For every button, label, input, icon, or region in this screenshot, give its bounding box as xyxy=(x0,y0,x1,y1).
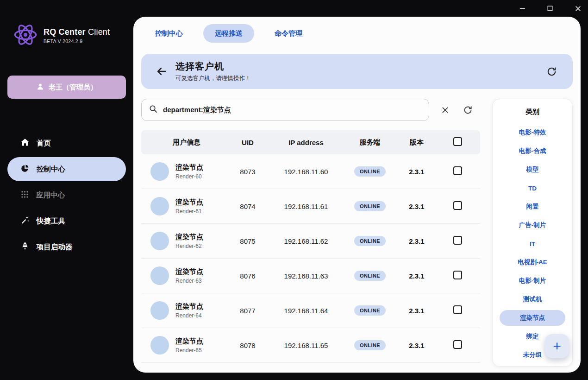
row-checkbox[interactable] xyxy=(453,166,462,175)
row-checkbox[interactable] xyxy=(453,271,462,279)
status-cell: ONLINE xyxy=(341,305,399,316)
user-cell: 渲染节点 Render-63 xyxy=(149,266,225,285)
version-value: 2.3.1 xyxy=(399,342,435,349)
select-all-checkbox[interactable] xyxy=(453,137,462,146)
user-cell: 渲染节点 Render-65 xyxy=(149,336,225,355)
maximize-icon[interactable] xyxy=(546,5,554,12)
page-title: 选择客户机 xyxy=(175,60,251,73)
category-item-active[interactable]: 渲染节点 xyxy=(493,309,572,327)
close-icon[interactable] xyxy=(574,5,582,12)
ip-value: 192.168.11.64 xyxy=(271,307,341,315)
ip-value: 192.168.11.63 xyxy=(271,272,341,280)
status-badge: ONLINE xyxy=(354,166,386,177)
row-checkbox[interactable] xyxy=(453,305,462,314)
table-row: 渲染节点 Render-61 8074 192.168.11.61 ONLINE… xyxy=(141,189,480,224)
minimize-icon[interactable] xyxy=(519,5,526,12)
category-item[interactable]: 模型 xyxy=(493,160,572,179)
plus-icon: + xyxy=(553,338,561,354)
avatar xyxy=(150,266,169,285)
category-item[interactable]: IT xyxy=(493,234,572,253)
col-ip: IP address xyxy=(271,139,341,146)
category-item[interactable]: 电影-制片 xyxy=(493,272,572,290)
avatar xyxy=(150,336,169,355)
status-cell: ONLINE xyxy=(341,166,399,177)
table-row: 渲染节点 Render-60 8073 192.168.11.60 ONLINE… xyxy=(141,154,480,189)
sidebar-item-project-launcher[interactable]: 项目启动器 xyxy=(7,235,126,259)
sidebar-item-label: 首页 xyxy=(37,139,51,148)
client-name: 渲染节点 xyxy=(175,267,203,276)
clear-x-icon[interactable] xyxy=(436,99,454,121)
category-item[interactable]: 广告-制片 xyxy=(493,216,572,234)
uid-value: 8073 xyxy=(225,168,271,176)
search-bar xyxy=(141,99,429,121)
uid-value: 8077 xyxy=(225,307,271,315)
sidebar-item-label: 控制中心 xyxy=(37,165,65,174)
ip-value: 192.168.11.60 xyxy=(271,168,341,176)
ip-value: 192.168.11.62 xyxy=(271,237,341,245)
top-tabs: 控制中心 远程推送 命令管理 xyxy=(151,24,306,43)
category-item[interactable]: 测试机 xyxy=(493,290,572,309)
col-user-info: 用户信息 xyxy=(149,138,225,147)
client-hostname: Render-63 xyxy=(175,278,203,284)
sidebar-item-app-center[interactable]: 应用中心 xyxy=(7,183,126,207)
ip-value: 192.168.11.61 xyxy=(271,203,341,210)
uid-value: 8075 xyxy=(225,237,271,245)
client-hostname: Render-64 xyxy=(175,312,203,319)
app-title: RQ Center Client xyxy=(44,27,110,37)
avatar xyxy=(150,232,169,250)
brand: RQ Center Client BETA V 2024.2.9 xyxy=(12,21,110,50)
client-name: 渲染节点 xyxy=(175,302,203,311)
ip-value: 192.168.11.65 xyxy=(271,342,341,349)
row-checkbox[interactable] xyxy=(453,201,462,210)
status-cell: ONLINE xyxy=(341,201,399,211)
main-surface: 控制中心 远程推送 命令管理 选择客户机 可复选客户机，请谨慎操作！ 用户信息 … xyxy=(133,17,581,373)
user-badge[interactable]: 老王（管理员） xyxy=(7,76,126,99)
page-subtitle: 可复选客户机，请谨慎操作！ xyxy=(175,75,251,82)
category-item[interactable]: 电视剧-AE xyxy=(493,253,572,272)
row-checkbox[interactable] xyxy=(453,340,462,349)
sidebar-item-label: 快捷工具 xyxy=(37,216,65,226)
back-arrow-icon[interactable] xyxy=(154,64,169,79)
avatar xyxy=(150,162,169,181)
page-header-banner: 选择客户机 可复选客户机，请谨慎操作！ xyxy=(141,54,573,89)
tab-remote-push[interactable]: 远程推送 xyxy=(203,24,254,43)
user-badge-label: 老王（管理员） xyxy=(49,83,97,92)
user-cell: 渲染节点 Render-61 xyxy=(149,197,225,215)
uid-value: 8074 xyxy=(225,203,271,210)
category-item[interactable]: 电影-特效 xyxy=(493,123,572,142)
category-panel-title: 类别 xyxy=(493,108,572,116)
client-name: 渲染节点 xyxy=(175,337,203,346)
search-refresh-icon[interactable] xyxy=(458,99,477,121)
person-icon xyxy=(36,82,44,92)
client-hostname: Render-65 xyxy=(175,347,203,354)
checkbox-cell xyxy=(435,201,480,211)
refresh-icon[interactable] xyxy=(544,64,559,79)
category-item[interactable]: TD xyxy=(493,179,572,197)
avatar xyxy=(150,301,169,320)
status-cell: ONLINE xyxy=(341,271,399,281)
status-badge: ONLINE xyxy=(354,340,386,350)
sidebar-nav: 首页 控制中心 应用中心 xyxy=(7,131,126,259)
table-row: 渲染节点 Render-65 8078 192.168.11.65 ONLINE… xyxy=(141,328,480,363)
table-row: 渲染节点 Render-63 8076 192.168.11.63 ONLINE… xyxy=(141,259,480,293)
checkbox-cell xyxy=(435,305,480,316)
row-checkbox[interactable] xyxy=(453,236,462,245)
category-panel: 类别 电影-特效 电影-合成 模型 TD 闲置 广告-制片 IT 电视剧-AE … xyxy=(492,99,573,367)
sidebar-item-quick-tools[interactable]: 快捷工具 xyxy=(7,209,126,233)
search-input[interactable] xyxy=(163,106,422,114)
checkbox-cell xyxy=(435,340,480,350)
user-cell: 渲染节点 Render-64 xyxy=(149,301,225,320)
tab-control-center[interactable]: 控制中心 xyxy=(151,24,187,43)
add-category-button[interactable]: + xyxy=(545,334,569,358)
category-item[interactable]: 闲置 xyxy=(493,197,572,216)
col-select xyxy=(435,137,480,147)
status-badge: ONLINE xyxy=(354,236,386,246)
tab-command-management[interactable]: 命令管理 xyxy=(271,24,306,43)
user-cell: 渲染节点 Render-62 xyxy=(149,232,225,250)
category-item[interactable]: 电影-合成 xyxy=(493,142,572,160)
sidebar-item-home[interactable]: 首页 xyxy=(7,131,126,155)
status-cell: ONLINE xyxy=(341,236,399,246)
col-uid: UID xyxy=(225,139,271,146)
user-cell: 渲染节点 Render-60 xyxy=(149,162,225,181)
sidebar-item-control-center[interactable]: 控制中心 xyxy=(7,157,126,181)
